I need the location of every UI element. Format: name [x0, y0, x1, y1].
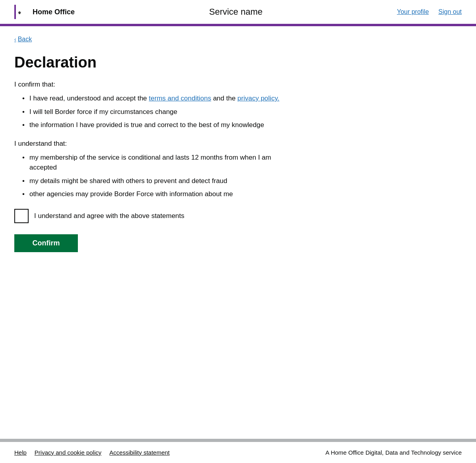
- footer-links: Help Privacy and cookie policy Accessibi…: [14, 449, 170, 456]
- confirm-button[interactable]: Confirm: [14, 234, 78, 252]
- back-arrow-icon: ‹: [14, 36, 16, 42]
- sign-out-link[interactable]: Sign out: [438, 8, 462, 15]
- confirm-intro: I confirm that:: [14, 81, 296, 89]
- confirm-item-3-text: the information I have provided is true …: [29, 121, 264, 129]
- footer-divider: [0, 439, 476, 442]
- header-logo: ⚜ Home Office: [14, 5, 75, 19]
- page-header: ⚜ Home Office Service name Your profile …: [0, 0, 476, 24]
- page-footer: Help Privacy and cookie policy Accessibi…: [0, 439, 476, 463]
- confirm-item-2-text: I will tell Border force if my circumsta…: [29, 108, 177, 116]
- privacy-policy-link[interactable]: privacy policy.: [238, 95, 280, 102]
- agreement-checkbox-wrapper: I understand and agree with the above st…: [14, 209, 296, 223]
- footer-help-link[interactable]: Help: [14, 449, 27, 456]
- confirm-list: I have read, understood and accept the t…: [22, 93, 296, 130]
- understand-intro: I understand that:: [14, 140, 296, 148]
- understand-list: my membership of the service is conditio…: [22, 152, 296, 199]
- list-item: my membership of the service is conditio…: [22, 152, 296, 173]
- understand-item-3-text: other agencies may provide Border Force …: [29, 190, 233, 198]
- confirm-item-1-text-middle: and the: [211, 95, 237, 102]
- understand-item-1-text: my membership of the service is conditio…: [29, 154, 271, 172]
- list-item: the information I have provided is true …: [22, 120, 296, 130]
- home-office-crest-icon: ⚜: [14, 5, 29, 19]
- footer-content: Help Privacy and cookie policy Accessibi…: [0, 442, 476, 463]
- footer-credit: A Home Office Digital, Data and Technolo…: [325, 449, 462, 456]
- list-item: my details might be shared with others t…: [22, 176, 296, 186]
- your-profile-link[interactable]: Your profile: [397, 8, 429, 15]
- footer-accessibility-link[interactable]: Accessibility statement: [109, 449, 170, 456]
- terms-conditions-link[interactable]: terms and conditions: [149, 95, 211, 102]
- back-link[interactable]: ‹ Back: [14, 36, 32, 43]
- svg-rect-0: [14, 5, 16, 19]
- list-item: I have read, understood and accept the t…: [22, 93, 296, 104]
- header-nav: Your profile Sign out: [397, 8, 462, 15]
- agree-checkbox-label[interactable]: I understand and agree with the above st…: [34, 212, 184, 220]
- confirm-item-1-text-before: I have read, understood and accept the: [29, 95, 149, 102]
- footer-privacy-link[interactable]: Privacy and cookie policy: [35, 449, 101, 456]
- agree-checkbox[interactable]: [14, 209, 29, 223]
- understand-item-2-text: my details might be shared with others t…: [29, 177, 227, 185]
- back-link-label: Back: [18, 36, 32, 43]
- header-service-name: Service name: [209, 7, 263, 17]
- svg-text:⚜: ⚜: [17, 10, 21, 15]
- main-content: ‹ Back Declaration I confirm that: I hav…: [0, 26, 310, 276]
- header-logo-text: Home Office: [33, 8, 75, 16]
- page-title: Declaration: [14, 54, 296, 71]
- list-item: I will tell Border force if my circumsta…: [22, 107, 296, 117]
- list-item: other agencies may provide Border Force …: [22, 189, 296, 199]
